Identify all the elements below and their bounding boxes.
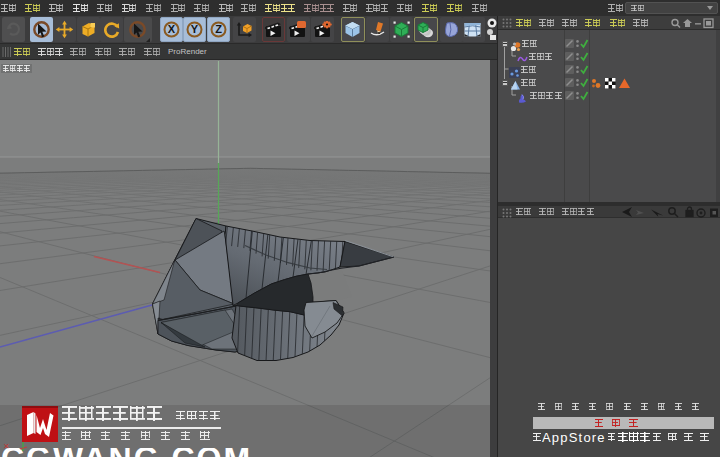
svg-text:X: X: [167, 23, 175, 35]
svg-text:Y: Y: [191, 23, 199, 35]
svg-text:Z: Z: [215, 23, 222, 35]
